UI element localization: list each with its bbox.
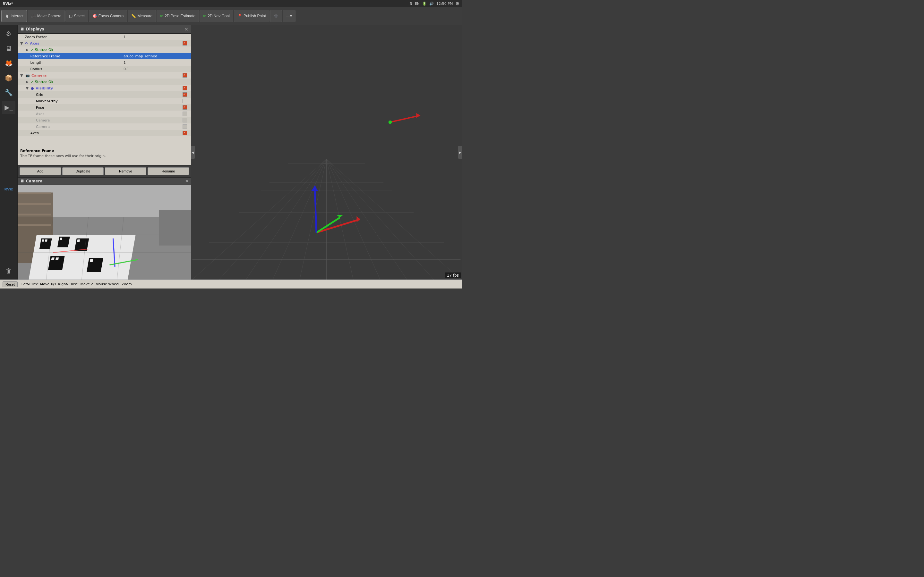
select-button[interactable]: ▢ Select — [65, 10, 88, 22]
visibility-row[interactable]: ▼ ● Visibility — [18, 85, 191, 91]
sidebar-item-trash[interactable]: 🗑 — [2, 264, 15, 277]
focus-camera-button[interactable]: 🎯 Focus Camera — [89, 10, 128, 22]
axes-row[interactable]: ▼ ⟳ Axes — [18, 40, 191, 47]
duplicate-button[interactable]: Duplicate — [62, 167, 103, 175]
info-panel: Reference Frame The TF frame these axes … — [18, 146, 191, 165]
remove-button[interactable]: Remove — [105, 167, 146, 175]
fps-counter: 17 fps — [445, 272, 461, 278]
displays-close-button[interactable]: ✕ — [184, 27, 188, 32]
length-label: Length — [19, 61, 122, 65]
zoom-factor-label: Zoom Factor — [19, 35, 122, 39]
camera-display-checkbox[interactable] — [180, 73, 190, 77]
axes-status-arrow[interactable]: ▶ — [26, 48, 30, 52]
camera-view[interactable] — [18, 185, 191, 279]
markerarray-checkbox[interactable] — [180, 99, 190, 103]
sidebar-item-display[interactable]: 🖥 — [2, 42, 15, 55]
visibility-arrow[interactable]: ▼ — [26, 86, 30, 90]
titlebar-left: RViz* — [3, 2, 13, 6]
left-panel-collapse-arrow[interactable]: ◀ — [191, 146, 195, 159]
svg-rect-4 — [18, 203, 51, 205]
left-panel: 🖥 Displays ✕ Zoom Factor 1 — [18, 25, 191, 279]
camera-display-row[interactable]: ▼ 📷 Camera — [18, 72, 191, 79]
svg-rect-20 — [55, 258, 59, 260]
camera-sub2-row[interactable]: Camera — [18, 123, 191, 130]
3d-viewport[interactable]: ▶ 17 fps — [191, 25, 462, 279]
svg-rect-19 — [51, 258, 55, 260]
volume-icon: 🔊 — [429, 2, 434, 6]
visibility-checkbox[interactable] — [180, 86, 190, 90]
camera-sub2-label: Camera — [19, 125, 122, 129]
camera-sub-checkbox[interactable] — [180, 118, 190, 122]
axes-status-row: ▶ ✓ Status: Ok — [18, 47, 191, 53]
measure-button[interactable]: 📏 Measure — [128, 10, 156, 22]
visibility-label: ▼ ● Visibility — [19, 86, 122, 90]
svg-rect-10 — [42, 239, 44, 242]
camera-sub2-checkbox[interactable] — [180, 124, 190, 129]
axes-checked-label: Axes — [19, 131, 122, 135]
pose-checkbox[interactable] — [180, 105, 190, 110]
select-icon: ▢ — [69, 14, 73, 18]
camera-header: 🖥 Camera ✕ — [18, 177, 191, 185]
axes-sub-row[interactable]: Axes — [18, 111, 191, 117]
displays-panel: 🖥 Displays ✕ Zoom Factor 1 — [18, 25, 191, 177]
app-title: RViz* — [3, 2, 13, 6]
displays-content[interactable]: Zoom Factor 1 ▼ ⟳ Axes — [18, 34, 191, 146]
rename-button[interactable]: Rename — [148, 167, 189, 175]
length-row[interactable]: Length 1 — [18, 59, 191, 66]
add-button[interactable]: ➕ — [270, 10, 282, 22]
camera-panel-icon: 🖥 — [20, 179, 24, 183]
svg-rect-7 — [159, 210, 191, 245]
svg-rect-17 — [81, 239, 84, 242]
axes-sub-checkbox[interactable] — [180, 111, 190, 116]
reference-frame-row[interactable]: Reference Frame aruco_map_refined — [18, 53, 191, 59]
add-icon: ➕ — [274, 14, 278, 18]
status-text: Left-Click: Move X/Y. Right-Click:: Move… — [21, 282, 133, 286]
camera-sub-row[interactable]: Camera — [18, 117, 191, 123]
pose-row[interactable]: Pose — [18, 104, 191, 111]
add-display-button[interactable]: Add — [19, 167, 61, 175]
sidebar-item-wrench[interactable]: 🔧 — [2, 86, 15, 99]
pose-label: Pose — [19, 105, 122, 110]
camera-panel-close[interactable]: ✕ — [185, 179, 188, 183]
axes-arrow[interactable]: ▼ — [20, 41, 24, 45]
publish-point-button[interactable]: 📍 Publish Point — [234, 10, 270, 22]
settings-icon[interactable]: ⚙ — [455, 1, 459, 6]
titlebar-right: ⇅ EN 🔋 🔊 12:50 PM ⚙ — [409, 1, 459, 6]
info-desc: The TF frame these axes will use for the… — [20, 154, 188, 158]
keyboard-icon: EN — [415, 2, 420, 6]
nav-goal-button[interactable]: ✏ 2D Nav Goal — [200, 10, 233, 22]
sidebar-item-power[interactable]: ⚙ — [2, 27, 15, 40]
sidebar-item-rviz[interactable]: RViz — [2, 182, 15, 196]
interact-button[interactable]: 🖱 Interact — [1, 10, 27, 22]
bottom-buttons: Add Duplicate Remove Rename — [18, 165, 191, 177]
camera-image — [18, 185, 191, 279]
nav-goal-icon: ✏ — [203, 14, 206, 18]
sidebar-item-package[interactable]: 📦 — [2, 71, 15, 85]
axes-checkbox[interactable] — [180, 41, 190, 45]
axes-checked-row[interactable]: Axes — [18, 130, 191, 136]
sidebar-item-firefox[interactable]: 🦊 — [2, 56, 15, 70]
camera-display-label: ▼ 📷 Camera — [19, 73, 122, 77]
menu-button[interactable]: —▾ — [283, 10, 296, 22]
titlebar: RViz* ⇅ EN 🔋 🔊 12:50 PM ⚙ — [0, 0, 462, 7]
reset-button[interactable]: Reset — [3, 282, 18, 287]
zoom-factor-value: 1 — [122, 35, 180, 39]
grid-checkbox[interactable] — [180, 92, 190, 97]
camera-arrow[interactable]: ▼ — [20, 73, 24, 77]
clock: 12:50 PM — [436, 2, 453, 6]
zoom-factor-row[interactable]: Zoom Factor 1 — [18, 34, 191, 40]
radius-row[interactable]: Radius 0.1 — [18, 66, 191, 72]
svg-rect-12 — [48, 239, 51, 242]
interact-icon: 🖱 — [5, 13, 9, 19]
camera-status-arrow[interactable]: ▶ — [26, 80, 30, 84]
right-panel-expand-arrow[interactable]: ▶ — [458, 146, 462, 159]
grid-row[interactable]: Grid — [18, 91, 191, 98]
axes-checked-checkbox[interactable] — [180, 131, 190, 135]
pose-estimate-button[interactable]: ✏ 2D Pose Estimate — [157, 10, 199, 22]
radius-label: Radius — [19, 67, 122, 71]
publish-point-icon: 📍 — [237, 14, 242, 18]
markerarray-row[interactable]: MarkerArray — [18, 98, 191, 104]
sidebar-item-terminal[interactable]: ▶_ — [2, 101, 15, 114]
svg-rect-22 — [90, 259, 93, 262]
move-camera-button[interactable]: 🎥 Move Camera — [27, 10, 65, 22]
